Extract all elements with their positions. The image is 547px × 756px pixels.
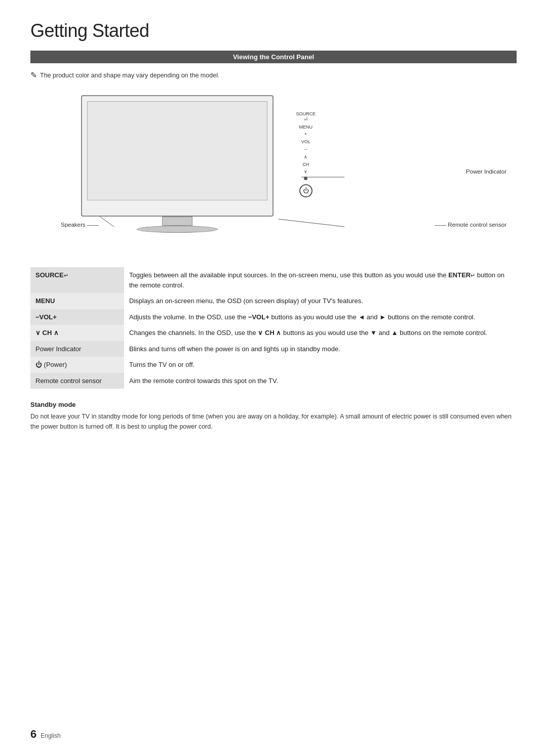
table-row: ∨ CH ∧ Changes the channels. In the OSD,… xyxy=(30,325,517,341)
tv-diagram: SOURCE⏎ MENU + VOL − ∧ CH ∨ ⏻ xyxy=(81,95,274,233)
note-line: ✎ The product color and shape may vary d… xyxy=(30,70,517,80)
page-title: Getting Started xyxy=(30,20,517,41)
speakers-label: Speakers —— xyxy=(61,222,99,228)
svg-line-1 xyxy=(279,219,344,227)
desc-cell-remote-sensor: Aim the remote control towards this spot… xyxy=(124,373,517,389)
desc-cell-power-indicator: Blinks and turns off when the power is o… xyxy=(124,341,517,357)
table-row: SOURCE↵ Toggles between all the availabl… xyxy=(30,267,517,293)
page-number: 6 xyxy=(30,728,36,741)
table-row: ⏻ (Power) Turns the TV on or off. xyxy=(30,357,517,373)
remote-sensor-label: —— Remote control sensor xyxy=(435,222,506,228)
speakers-line: —— xyxy=(87,222,99,228)
table-row: −VOL+ Adjusts the volume. In the OSD, us… xyxy=(30,309,517,325)
table-row: MENU Displays an on-screen menu, the OSD… xyxy=(30,293,517,309)
note-text: The product color and shape may vary dep… xyxy=(40,72,219,79)
remote-sensor-line: —— xyxy=(435,222,448,228)
desc-cell-power: Turns the TV on or off. xyxy=(124,357,517,373)
standby-title: Standby mode xyxy=(30,401,517,408)
desc-cell-source: Toggles between all the available input … xyxy=(124,267,517,293)
tv-screen xyxy=(87,101,267,200)
tv-body: SOURCE⏎ MENU + VOL − ∧ CH ∨ ⏻ xyxy=(81,95,274,217)
label-cell-remote-sensor: Remote control sensor xyxy=(30,373,124,389)
standby-text: Do not leave your TV in standby mode for… xyxy=(30,411,517,432)
table-row: Remote control sensor Aim the remote con… xyxy=(30,373,517,389)
note-icon: ✎ xyxy=(30,70,37,80)
ctrl-vol-label: VOL xyxy=(301,139,310,145)
ctrl-ch-label: CH xyxy=(302,162,309,167)
power-indicator-label: Power Indicator xyxy=(466,169,506,175)
ctrl-source-label: SOURCE⏎ xyxy=(296,111,316,122)
label-cell-ch: ∨ CH ∧ xyxy=(30,325,124,341)
ctrl-power-indicator-dot xyxy=(304,177,307,180)
label-cell-power: ⏻ (Power) xyxy=(30,357,124,373)
ctrl-ch-down-label: ∨ xyxy=(304,169,307,175)
tv-stand-base xyxy=(137,226,218,233)
page-footer: 6 English xyxy=(30,728,61,741)
ctrl-ch-up-label: ∧ xyxy=(304,154,307,160)
ctrl-vol-plus-label: + xyxy=(304,132,307,137)
label-cell-menu: MENU xyxy=(30,293,124,309)
controls-table: SOURCE↵ Toggles between all the availabl… xyxy=(30,267,517,389)
label-cell-power-indicator: Power Indicator xyxy=(30,341,124,357)
table-row: Power Indicator Blinks and turns off whe… xyxy=(30,341,517,357)
standby-section: Standby mode Do not leave your TV in sta… xyxy=(30,401,517,432)
label-cell-source: SOURCE↵ xyxy=(30,267,124,293)
page-language: English xyxy=(41,732,60,739)
desc-cell-ch: Changes the channels. In the OSD, use th… xyxy=(124,325,517,341)
desc-cell-menu: Displays an on-screen menu, the OSD (on … xyxy=(124,293,517,309)
ctrl-power-button[interactable]: ⏻ xyxy=(299,184,312,197)
control-panel: SOURCE⏎ MENU + VOL − ∧ CH ∨ ⏻ xyxy=(296,111,316,197)
desc-cell-vol: Adjusts the volume. In the OSD, use the … xyxy=(124,309,517,325)
label-cell-vol: −VOL+ xyxy=(30,309,124,325)
ctrl-vol-minus-label: − xyxy=(304,147,307,152)
ctrl-menu-label: MENU xyxy=(299,124,312,130)
diagram-area: SOURCE⏎ MENU + VOL − ∧ CH ∨ ⏻ Power Indi… xyxy=(30,90,517,252)
tv-stand-neck xyxy=(162,217,192,226)
section-header: Viewing the Control Panel xyxy=(30,51,517,63)
